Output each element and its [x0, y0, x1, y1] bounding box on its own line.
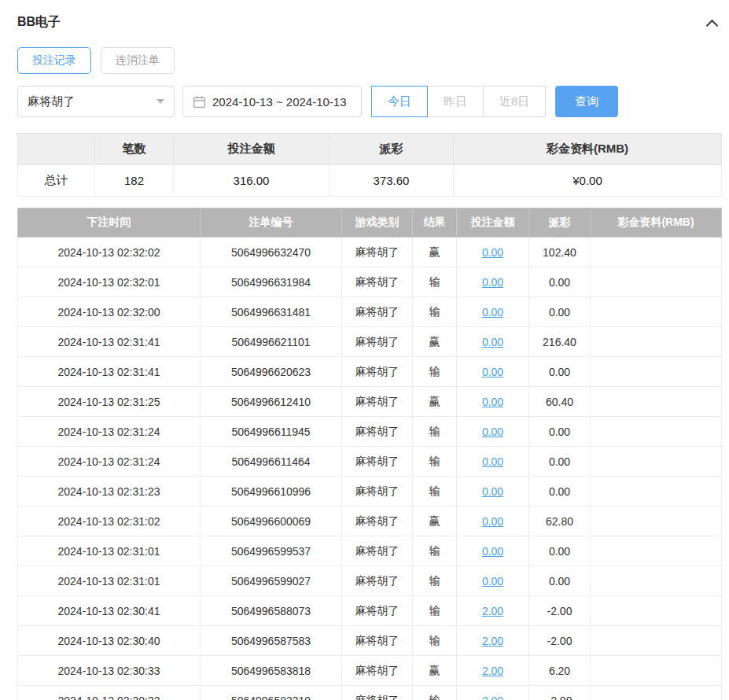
cell-game-category: 麻将胡了 [342, 477, 413, 507]
bet-amount-link[interactable]: 0.00 [482, 336, 503, 348]
bet-amount-link[interactable]: 0.00 [482, 366, 503, 378]
cell-bonus [591, 297, 722, 327]
bet-amount-link[interactable]: 2.00 [482, 694, 503, 700]
query-button[interactable]: 查询 [555, 86, 618, 117]
cell-result: 输 [413, 357, 457, 387]
quick-filter-today[interactable]: 今日 [371, 86, 428, 117]
records-header-order-number: 注单编号 [201, 208, 342, 238]
cell-order-number: 5064996631984 [201, 267, 342, 297]
cell-bet-amount: 2.00 [457, 686, 529, 700]
tab-betting-records[interactable]: 投注记录 [17, 47, 91, 74]
tab-cancelled-orders[interactable]: 连消注单 [101, 47, 175, 74]
summary-header-bet-amount: 投注金额 [174, 134, 330, 165]
table-row: 2024-10-13 02:31:41 5064996620623 麻将胡了 输… [18, 357, 722, 387]
cell-payout: 0.00 [529, 477, 591, 507]
cell-game-category: 麻将胡了 [342, 417, 413, 447]
cell-payout: -2.00 [529, 626, 591, 656]
table-row: 2024-10-13 02:31:23 5064996610996 麻将胡了 输… [18, 477, 722, 507]
cell-result: 赢 [413, 387, 457, 417]
summary-total-label: 总计 [18, 165, 95, 197]
records-header-bet-amount: 投注金额 [457, 208, 529, 238]
cell-bet-time: 2024-10-13 02:32:02 [18, 238, 201, 267]
cell-bet-time: 2024-10-13 02:31:01 [18, 536, 201, 566]
date-range-value: 2024-10-13 ~ 2024-10-13 [212, 95, 347, 109]
cell-payout: 102.40 [529, 238, 591, 267]
bet-amount-link[interactable]: 0.00 [482, 426, 503, 438]
cell-game-category: 麻将胡了 [342, 267, 413, 297]
cell-payout: 0.00 [529, 566, 591, 596]
cell-bonus [591, 447, 722, 477]
cell-bonus [591, 357, 722, 387]
cell-order-number: 5064996611945 [201, 417, 342, 447]
cell-result: 输 [413, 417, 457, 447]
bet-amount-link[interactable]: 0.00 [482, 455, 503, 468]
quick-filter-yesterday[interactable]: 昨日 [427, 86, 484, 117]
cell-bet-time: 2024-10-13 02:30:32 [18, 686, 201, 700]
cell-payout: 0.00 [529, 536, 591, 566]
cell-bet-time: 2024-10-13 02:32:01 [18, 267, 201, 297]
cell-result: 赢 [413, 507, 457, 536]
quick-filter-last-8-days[interactable]: 近8日 [483, 86, 546, 117]
summary-payout-value: 373.60 [330, 165, 454, 197]
game-select[interactable]: 麻将胡了 [17, 86, 175, 117]
cell-bet-amount: 0.00 [457, 387, 529, 417]
cell-order-number: 5064996610996 [201, 477, 342, 507]
summary-header-row: 笔数 投注金额 派彩 彩金资料(RMB) [18, 134, 722, 165]
cell-bonus [591, 387, 722, 417]
cell-bonus [591, 477, 722, 507]
cell-game-category: 麻将胡了 [342, 387, 413, 417]
cell-bonus [591, 238, 722, 267]
cell-bet-amount: 2.00 [457, 656, 529, 686]
cell-result: 输 [413, 686, 457, 700]
cell-game-category: 麻将胡了 [342, 686, 413, 700]
table-row: 2024-10-13 02:31:41 5064996621101 麻将胡了 赢… [18, 327, 722, 357]
cell-payout: -2.00 [529, 596, 591, 626]
cell-result: 赢 [413, 656, 457, 686]
bet-amount-link[interactable]: 0.00 [482, 545, 503, 558]
bet-amount-link[interactable]: 0.00 [482, 306, 503, 319]
bet-amount-link[interactable]: 0.00 [482, 276, 503, 289]
bet-amount-link[interactable]: 2.00 [482, 665, 503, 677]
table-row: 2024-10-13 02:31:24 5064996611945 麻将胡了 输… [18, 417, 722, 447]
bet-amount-link[interactable]: 2.00 [482, 605, 503, 617]
cell-bet-time: 2024-10-13 02:30:41 [18, 596, 201, 626]
cell-payout: 0.00 [529, 417, 591, 447]
collapse-panel-button[interactable] [702, 13, 721, 31]
cell-order-number: 5064996587583 [201, 626, 342, 656]
cell-bonus [591, 656, 722, 686]
cell-result: 输 [413, 596, 457, 626]
cell-bet-amount: 0.00 [457, 417, 529, 447]
cell-bet-time: 2024-10-13 02:31:24 [18, 447, 201, 477]
summary-header-payout: 派彩 [330, 134, 454, 165]
summary-bonus-value: ¥0.00 [454, 165, 722, 197]
bet-amount-link[interactable]: 2.00 [482, 635, 503, 647]
cell-bet-amount: 0.00 [457, 297, 529, 327]
table-row: 2024-10-13 02:30:32 5064996583319 麻将胡了 输… [18, 686, 722, 700]
chevron-up-icon [705, 19, 718, 31]
calendar-icon [193, 95, 206, 109]
cell-payout: 62.80 [529, 507, 591, 536]
cell-bet-time: 2024-10-13 02:32:00 [18, 297, 201, 327]
bet-amount-link[interactable]: 0.00 [482, 396, 503, 408]
bet-amount-link[interactable]: 0.00 [482, 485, 503, 498]
cell-payout: 0.00 [529, 357, 591, 387]
cell-bonus [591, 507, 722, 536]
cell-bet-time: 2024-10-13 02:31:23 [18, 477, 201, 507]
cell-result: 赢 [413, 238, 457, 267]
cell-result: 输 [413, 626, 457, 656]
summary-total-row: 总计 182 316.00 373.60 ¥0.00 [18, 165, 722, 197]
cell-payout: -2.00 [529, 686, 591, 700]
cell-result: 输 [413, 297, 457, 327]
bet-amount-link[interactable]: 0.00 [482, 515, 503, 528]
date-range-picker[interactable]: 2024-10-13 ~ 2024-10-13 [182, 86, 362, 117]
table-row: 2024-10-13 02:31:01 5064996599537 麻将胡了 输… [18, 536, 722, 566]
cell-order-number: 5064996583319 [201, 686, 342, 700]
bet-amount-link[interactable]: 0.00 [482, 246, 503, 259]
records-header-payout: 派彩 [529, 208, 591, 238]
records-header-bet-time: 下注时间 [18, 208, 201, 238]
cell-order-number: 5064996599027 [201, 566, 342, 596]
records-header-game-category: 游戏类别 [342, 208, 413, 238]
bet-amount-link[interactable]: 0.00 [482, 575, 503, 588]
table-row: 2024-10-13 02:31:24 5064996611464 麻将胡了 输… [18, 447, 722, 477]
cell-bet-time: 2024-10-13 02:31:02 [18, 507, 201, 536]
